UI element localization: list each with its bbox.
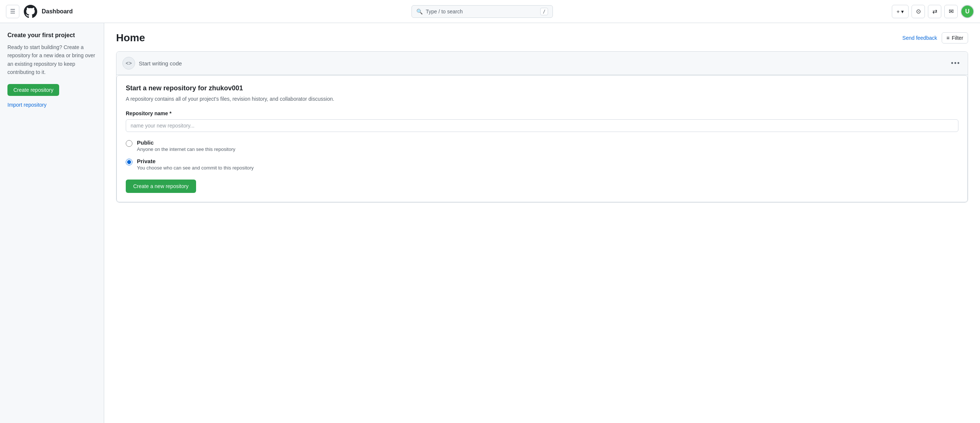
filter-label: Filter: [952, 35, 963, 41]
search-placeholder-text: Type / to search: [426, 8, 537, 14]
send-feedback-button[interactable]: Send feedback: [902, 35, 937, 41]
private-radio[interactable]: [126, 159, 132, 165]
private-sublabel: You choose who can see and commit to thi…: [137, 165, 254, 171]
repo-form-description: A repository contains all of your projec…: [126, 95, 958, 103]
main-content: Home Send feedback ≡ Filter <> Start wri…: [104, 23, 980, 423]
repo-form-card: Start a new repository for zhukov001 A r…: [116, 75, 968, 202]
new-button[interactable]: + ▾: [892, 5, 908, 18]
create-repository-button[interactable]: Create repository: [8, 84, 59, 96]
start-writing-code-card: <> Start writing code ••• Start a new re…: [116, 51, 968, 203]
github-logo: [24, 5, 37, 18]
filter-icon: ≡: [947, 35, 950, 41]
repo-name-label: Repository name *: [126, 110, 958, 116]
private-radio-content: Private You choose who can see and commi…: [137, 158, 254, 171]
layout: Create your first project Ready to start…: [0, 23, 980, 423]
code-brackets-icon: <>: [126, 60, 132, 66]
copilot-icon: ⊙: [916, 8, 921, 15]
create-new-repository-button[interactable]: Create a new repository: [126, 179, 196, 193]
private-option: Private You choose who can see and commi…: [126, 158, 958, 171]
sidebar-description: Ready to start building? Create a reposi…: [8, 43, 96, 76]
public-option: Public Anyone on the internet can see th…: [126, 139, 958, 152]
public-radio[interactable]: [126, 140, 132, 147]
search-box[interactable]: 🔍 Type / to search /: [412, 5, 553, 18]
public-radio-content: Public Anyone on the internet can see th…: [137, 139, 235, 152]
search-kbd: /: [540, 8, 548, 15]
sidebar-heading: Create your first project: [8, 32, 96, 39]
header: ☰ Dashboard 🔍 Type / to search / + ▾ ⊙ ⇄…: [0, 0, 980, 23]
copilot-button[interactable]: ⊙: [912, 5, 925, 18]
inbox-icon: ✉: [949, 8, 954, 15]
new-dropdown-icon: ▾: [901, 8, 904, 14]
new-icon: +: [897, 8, 900, 14]
public-label: Public: [137, 139, 235, 146]
header-center: 🔍 Type / to search /: [77, 5, 887, 18]
private-label: Private: [137, 158, 254, 164]
pull-requests-button[interactable]: ⇄: [928, 5, 941, 18]
header-right: + ▾ ⊙ ⇄ ✉ U: [892, 5, 974, 18]
more-options-button[interactable]: •••: [950, 59, 962, 67]
avatar[interactable]: U: [961, 5, 974, 18]
sidebar-actions: Create repository Import repository: [8, 84, 96, 108]
more-icon: •••: [951, 59, 960, 67]
start-card-header-left: <> Start writing code: [123, 57, 182, 70]
hamburger-icon: ☰: [10, 8, 15, 15]
start-card-header: <> Start writing code •••: [116, 52, 968, 75]
avatar-letter: U: [965, 8, 970, 15]
inbox-button[interactable]: ✉: [944, 5, 958, 18]
code-icon: <>: [123, 57, 135, 70]
sidebar: Create your first project Ready to start…: [0, 23, 104, 423]
page-header-actions: Send feedback ≡ Filter: [902, 32, 968, 43]
hamburger-button[interactable]: ☰: [6, 5, 19, 18]
header-dashboard-title: Dashboard: [42, 8, 73, 15]
page-title: Home: [116, 32, 145, 44]
repo-name-input[interactable]: [126, 119, 958, 132]
page-header: Home Send feedback ≡ Filter: [116, 32, 968, 44]
pull-requests-icon: ⇄: [932, 8, 937, 15]
import-repository-link[interactable]: Import repository: [8, 102, 46, 108]
search-icon: 🔍: [416, 8, 423, 14]
header-left: ☰ Dashboard: [6, 5, 73, 18]
start-card-title: Start writing code: [139, 60, 182, 67]
repo-form-title: Start a new repository for zhukov001: [126, 84, 958, 92]
filter-button[interactable]: ≡ Filter: [942, 32, 968, 43]
public-sublabel: Anyone on the internet can see this repo…: [137, 146, 235, 152]
